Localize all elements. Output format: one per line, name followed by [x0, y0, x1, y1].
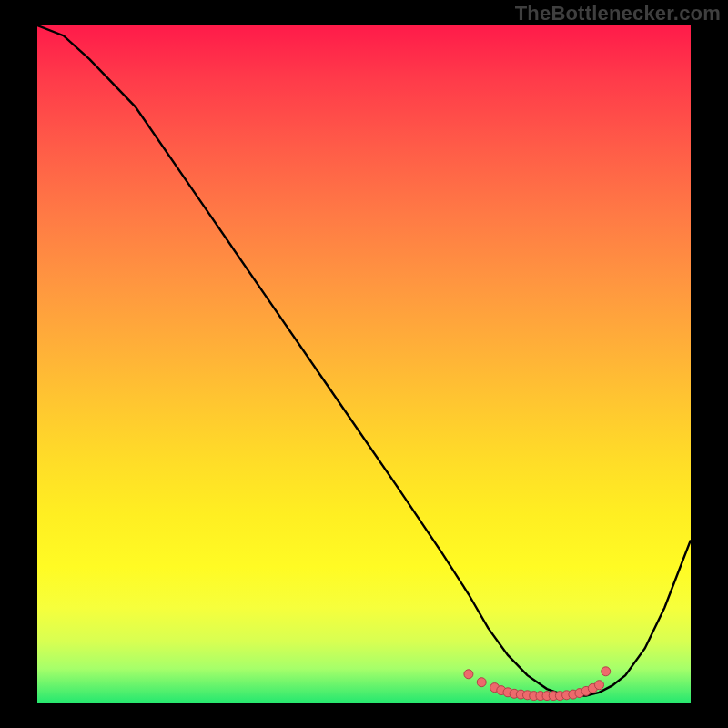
- watermark-text: TheBottlenecker.com: [515, 2, 721, 25]
- chart-frame: TheBottlenecker.com: [0, 0, 728, 728]
- highlight-marker-group: [464, 667, 611, 701]
- highlight-dot: [602, 667, 611, 676]
- bottleneck-curve: [37, 25, 691, 696]
- highlight-dot: [595, 681, 604, 690]
- highlight-dot: [477, 678, 486, 687]
- highlight-dot: [464, 670, 473, 679]
- chart-overlay-svg: [37, 25, 691, 703]
